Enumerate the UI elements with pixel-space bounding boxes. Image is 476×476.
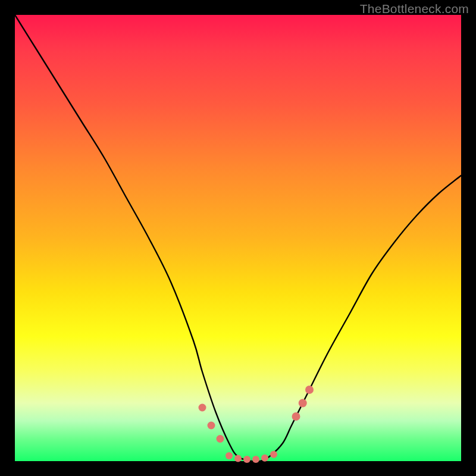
- marker-dot: [217, 435, 224, 443]
- chart-frame: TheBottleneck.com: [0, 0, 476, 476]
- chart-svg: [15, 15, 461, 461]
- marker-dot: [261, 455, 268, 462]
- marker-dot: [243, 456, 250, 463]
- data-markers: [199, 386, 314, 463]
- marker-dot: [292, 412, 300, 421]
- watermark-label: TheBottleneck.com: [360, 2, 469, 16]
- marker-dot: [226, 452, 233, 459]
- bottleneck-curve: [15, 15, 461, 462]
- marker-dot: [199, 404, 206, 412]
- marker-dot: [305, 386, 314, 394]
- marker-dot: [208, 422, 215, 430]
- marker-dot: [270, 451, 277, 458]
- marker-dot: [299, 399, 307, 408]
- plot-area: [15, 15, 461, 461]
- marker-dot: [252, 456, 259, 463]
- marker-dot: [234, 455, 242, 462]
